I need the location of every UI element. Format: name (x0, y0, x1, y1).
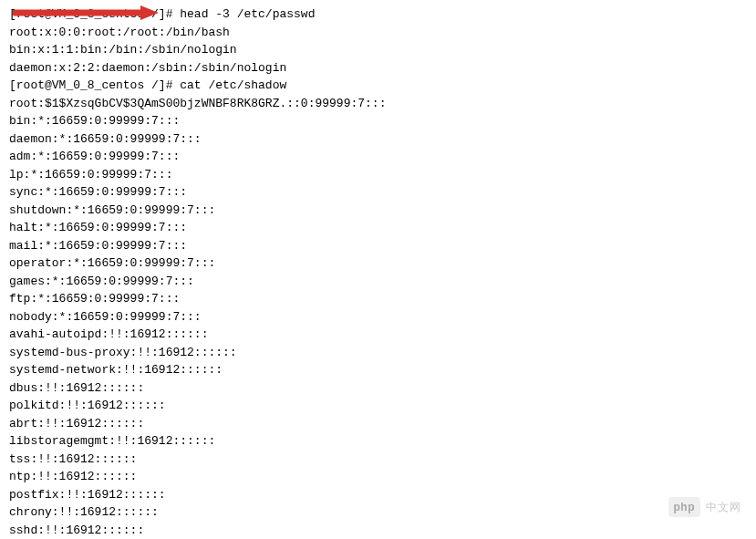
watermark-text: 中文网 (706, 499, 741, 515)
terminal-line: postfix:!!:16912:::::: (9, 486, 747, 504)
terminal-line: avahi-autoipd:!!:16912:::::: (9, 326, 747, 344)
watermark: php 中文网 (668, 497, 742, 517)
terminal-line: systemd-bus-proxy:!!:16912:::::: (9, 344, 747, 362)
terminal-line: daemon:*:16659:0:99999:7::: (9, 130, 747, 149)
terminal-line: shutdown:*:16659:0:99999:7::: (9, 202, 747, 220)
terminal-line: dbus:!!:16912:::::: (9, 379, 747, 398)
terminal-line: chrony:!!:16912:::::: (9, 503, 747, 522)
terminal-line: abrt:!!:16912:::::: (9, 415, 747, 433)
terminal-line: ntp:!!:16912:::::: (9, 468, 747, 486)
terminal-line: daemon:x:2:2:daemon:/sbin:/sbin/nologin (9, 59, 747, 78)
terminal-line: mail:*:16659:0:99999:7::: (9, 237, 747, 255)
watermark-badge: php (668, 497, 701, 517)
terminal-line: tss:!!:16912:::::: (9, 451, 747, 469)
terminal-line: operator:*:16659:0:99999:7::: (9, 254, 747, 273)
terminal-line: adm:*:16659:0:99999:7::: (9, 148, 747, 166)
terminal-line: sync:*:16659:0:99999:7::: (9, 183, 747, 202)
terminal-line: nobody:*:16659:0:99999:7::: (9, 308, 747, 327)
terminal-line: libstoragemgmt:!!:16912:::::: (9, 432, 747, 451)
terminal-line: halt:*:16659:0:99999:7::: (9, 219, 747, 237)
terminal-output: [root@VM_0_8_centos /]# head -3 /etc/pas… (9, 5, 747, 539)
terminal-line: lp:*:16659:0:99999:7::: (9, 166, 747, 184)
terminal-line: [root@VM_0_8_centos /]# head -3 /etc/pas… (9, 5, 747, 24)
terminal-line: games:*:16659:0:99999:7::: (9, 273, 747, 291)
terminal-line: polkitd:!!:16912:::::: (9, 397, 747, 415)
terminal-line: root:$1$XzsqGbCV$3QAmS00bjzWNBF8RK8GRZ.:… (9, 95, 747, 113)
terminal-line: systemd-network:!!:16912:::::: (9, 361, 747, 379)
terminal-line: [root@VM_0_8_centos /]# cat /etc/shadow (9, 77, 747, 95)
terminal-line: bin:x:1:1:bin:/bin:/sbin/nologin (9, 41, 747, 59)
terminal-line: ftp:*:16659:0:99999:7::: (9, 290, 747, 308)
terminal-line: bin:*:16659:0:99999:7::: (9, 112, 747, 130)
terminal-line: root:x:0:0:root:/root:/bin/bash (9, 24, 747, 42)
terminal-line: sshd:!!:16912:::::: (9, 522, 747, 540)
